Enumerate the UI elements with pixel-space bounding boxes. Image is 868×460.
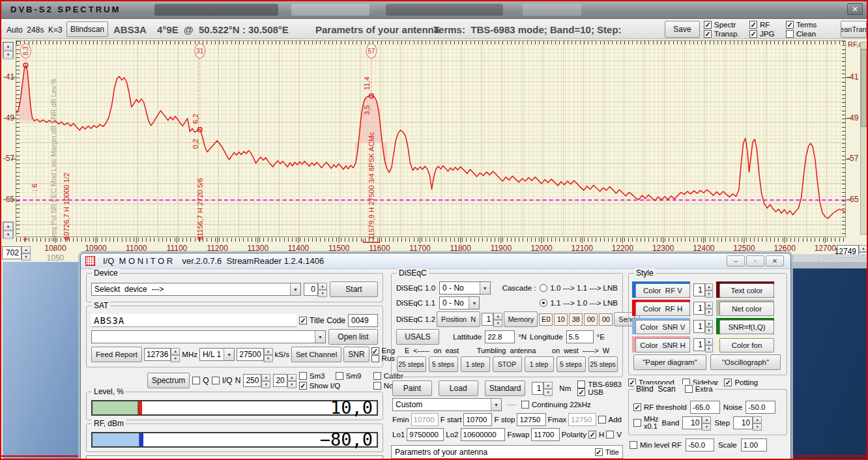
- checkbox-calibr-box[interactable]: [373, 372, 381, 380]
- position-spinner-value[interactable]: 1: [482, 313, 493, 326]
- continuing-22khz-checkbox[interactable]: Continuing 22kHz: [521, 401, 591, 409]
- toolbar-checkbox-clean-box[interactable]: [786, 30, 794, 38]
- dialog-titlebar[interactable]: I/Q M O N I T O R ver.2.0.7.6 StreamRead…: [81, 253, 790, 269]
- plot-area[interactable]: [16, 40, 846, 237]
- fstart-field[interactable]: 10700: [463, 413, 492, 426]
- sat-list-combo-value[interactable]: [92, 331, 315, 343]
- checkbox-show-i-q[interactable]: ✓Show I/Q: [299, 382, 373, 390]
- lo1-field[interactable]: 9750000: [407, 428, 444, 441]
- spinner-arrows-icon[interactable]: ▲▼: [171, 348, 180, 361]
- motor-step-button-3-stop[interactable]: STOP: [493, 356, 522, 372]
- motor-step-button-5-5-steps[interactable]: 5 steps: [557, 356, 586, 372]
- tbs6983-checkbox-box[interactable]: [577, 381, 585, 388]
- add-checkbox-box[interactable]: [598, 416, 606, 424]
- motor-step-button-6-25-steps[interactable]: 25 steps: [588, 356, 618, 372]
- scrollbar-thumb[interactable]: [861, 49, 867, 127]
- paint-button[interactable]: Paint: [392, 381, 432, 396]
- n-spinner-value[interactable]: 250: [243, 374, 261, 387]
- spinner-arrows-icon[interactable]: ▲▼: [264, 348, 273, 361]
- min-level-rf-field[interactable]: -50.0: [686, 438, 714, 452]
- paper-diagram-button[interactable]: "Paper diagram": [633, 354, 706, 370]
- antenna-title-checkbox[interactable]: ✓Title: [595, 448, 619, 456]
- clean-transp-button[interactable]: CleanTransp: [841, 21, 867, 38]
- band-spinner-value[interactable]: 10: [682, 416, 702, 429]
- checkbox-sm9[interactable]: Sm9: [336, 372, 373, 380]
- start-button[interactable]: Start: [330, 281, 378, 297]
- spinner-arrows-icon[interactable]: ▲▼: [318, 283, 327, 296]
- memory-byte-field-3[interactable]: 00: [584, 313, 598, 326]
- min-level-rf-checkbox-box[interactable]: [629, 441, 637, 449]
- rf-threshold-checkbox-box[interactable]: ✓: [633, 403, 641, 411]
- toolbar-checkbox-transp[interactable]: ✓Transp.: [704, 30, 749, 38]
- scale-field[interactable]: 1.00: [741, 438, 767, 452]
- cascade-radio-1-dot[interactable]: [540, 284, 547, 292]
- toolbar-checkbox-terms[interactable]: ✓Terms: [786, 21, 832, 29]
- symbol-rate-spinner-value[interactable]: 27500: [237, 348, 263, 361]
- toolbar-checkbox-spectr[interactable]: ✓Spectr: [704, 21, 749, 29]
- step-spinner-value[interactable]: 10: [733, 416, 753, 429]
- usb-checkbox-box[interactable]: ✓: [577, 388, 585, 396]
- iq-checkbox-box[interactable]: [212, 377, 220, 384]
- frequency-spinner[interactable]: 12736▲▼: [144, 348, 180, 361]
- mhz-x01-checkbox-box[interactable]: [633, 419, 641, 427]
- continuing-22khz-checkbox-box[interactable]: [521, 401, 529, 409]
- dialog-close-icon[interactable]: ✕: [766, 255, 784, 266]
- code-field[interactable]: 0049: [348, 314, 378, 327]
- checkbox-potting-box[interactable]: ✓: [724, 379, 732, 386]
- sat-name-field[interactable]: ABS3A: [91, 314, 297, 327]
- toolbar-checkbox-rf-box[interactable]: ✓: [749, 21, 757, 29]
- chevron-down-icon[interactable]: ▼: [491, 399, 501, 410]
- save-button[interactable]: Save: [665, 21, 700, 38]
- style-button-snr-f-i-q[interactable]: SNR=f(I,Q): [719, 320, 774, 334]
- iq-checkbox[interactable]: I/Q: [212, 376, 233, 385]
- checkbox-potting[interactable]: ✓Potting: [724, 379, 758, 386]
- checkbox-sm3-box[interactable]: [299, 372, 307, 380]
- cascade-radio-2[interactable]: 1.1 ---> 1.0 ---> LNB: [540, 299, 618, 307]
- motor-step-button-1-5-steps[interactable]: 5 steps: [429, 356, 458, 372]
- n2-spinner[interactable]: 20▲▼: [273, 374, 296, 387]
- usb-checkbox[interactable]: ✓USB: [577, 388, 622, 396]
- q-checkbox-box[interactable]: [192, 377, 200, 384]
- minimize-icon[interactable]: –: [727, 255, 745, 266]
- checkbox-sm9-box[interactable]: [336, 372, 343, 380]
- tbs6983-checkbox[interactable]: TBS-6983: [577, 381, 622, 388]
- style-button-color-rf-h[interactable]: Color RF H: [635, 302, 690, 316]
- chevron-down-icon[interactable]: ▼: [480, 282, 490, 294]
- checkbox-rus-box[interactable]: [371, 355, 379, 362]
- q-checkbox[interactable]: Q: [192, 376, 209, 385]
- chevron-down-icon[interactable]: ▼: [290, 283, 300, 295]
- style-spinner-color-rf-h[interactable]: 1▲▼: [693, 302, 713, 315]
- latitude-field[interactable]: 22.8: [485, 330, 515, 343]
- chart-scrollbar[interactable]: [860, 42, 867, 235]
- toolbar-checkbox-spectr-box[interactable]: ✓: [704, 21, 712, 29]
- freq-start-spinner-value[interactable]: 702: [2, 246, 22, 259]
- device-combo-value[interactable]: Seleckt device --->: [92, 283, 290, 295]
- style-spinner-color-snr-h[interactable]: 1▲▼: [693, 338, 713, 351]
- load-button[interactable]: Load: [439, 381, 478, 396]
- mhz-x01-checkbox[interactable]: MHz x0.1: [633, 416, 659, 430]
- device-index-spinner[interactable]: 0▲▼: [304, 283, 327, 296]
- checkbox-noise-box[interactable]: [373, 382, 381, 390]
- fstop-field[interactable]: 12750: [517, 413, 545, 426]
- polarity-v-checkbox-box[interactable]: [606, 431, 614, 438]
- spinner-arrows-icon[interactable]: ▲▼: [753, 416, 762, 429]
- toolbar-checkbox-clean[interactable]: Clean: [786, 30, 832, 38]
- cascade-radio-1[interactable]: 1.0 ---> 1.1 ---> LNB: [540, 284, 618, 292]
- polarity-v-checkbox[interactable]: V: [606, 431, 622, 438]
- extra-checkbox[interactable]: Extra: [685, 384, 713, 394]
- noise-field[interactable]: -50.0: [745, 401, 775, 414]
- toolbar-checkbox-transp-box[interactable]: ✓: [704, 30, 712, 38]
- spinner-arrows-icon[interactable]: ▲▼: [261, 374, 270, 387]
- nm-spinner[interactable]: 1▲▼: [532, 382, 553, 395]
- device-combo[interactable]: Seleckt device --->▼: [91, 283, 301, 296]
- diseqc11-combo[interactable]: 0 - No▼: [439, 296, 480, 309]
- rf-threshold-field[interactable]: -65.0: [690, 401, 720, 414]
- diseqc11-combo-value[interactable]: 0 - No: [440, 297, 469, 309]
- freq-start-spinner[interactable]: 702▲▼: [2, 246, 31, 259]
- checkbox-eng-box[interactable]: ✓: [371, 347, 379, 354]
- nm-spinner-value[interactable]: 1: [532, 382, 543, 395]
- checkbox-sm3[interactable]: Sm3: [299, 372, 336, 380]
- n-spinner[interactable]: 250▲▼: [243, 374, 270, 387]
- restore-icon[interactable]: ▫: [746, 255, 764, 266]
- antenna-title-checkbox-box[interactable]: ✓: [595, 448, 603, 456]
